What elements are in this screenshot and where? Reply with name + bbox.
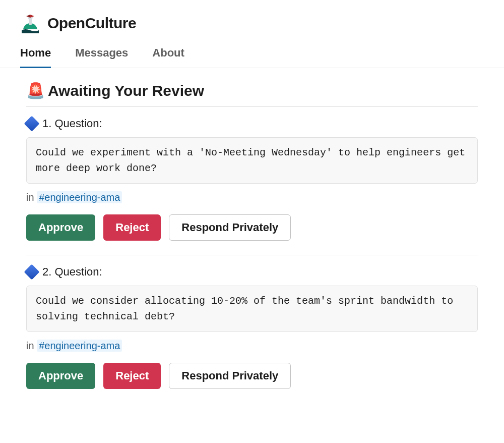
app-logo-icon <box>20 13 40 33</box>
item-header: 2. Question: <box>26 265 478 279</box>
diamond-icon <box>24 264 39 280</box>
item-label-suffix: . Question: <box>48 117 102 130</box>
channel-link[interactable]: #engineering-ama <box>37 340 122 352</box>
diamond-icon <box>24 116 39 131</box>
reject-button[interactable]: Reject <box>103 214 161 241</box>
respond-privately-button[interactable]: Respond Privately <box>169 363 291 389</box>
action-row: Approve Reject Respond Privately <box>26 363 478 389</box>
question-body: Could we consider allocating 10-20% of t… <box>26 286 478 332</box>
channel-in-label: in <box>26 340 34 351</box>
approve-button[interactable]: Approve <box>26 363 95 389</box>
reject-button[interactable]: Reject <box>103 363 161 389</box>
review-item: 1. Question: Could we experiment with a … <box>26 107 478 255</box>
item-index: 2 <box>42 265 48 278</box>
review-item: 2. Question: Could we consider allocatin… <box>26 255 478 403</box>
tab-messages[interactable]: Messages <box>75 46 128 68</box>
tab-home[interactable]: Home <box>20 46 51 68</box>
tab-about[interactable]: About <box>152 46 184 68</box>
section-title: Awaiting Your Review <box>48 82 204 99</box>
app-header: OpenCulture <box>0 0 504 38</box>
action-row: Approve Reject Respond Privately <box>26 214 478 241</box>
siren-icon: 🚨 <box>26 83 45 98</box>
item-label: 1. Question: <box>42 117 102 130</box>
app-title: OpenCulture <box>47 15 136 32</box>
item-index: 1 <box>42 117 48 130</box>
question-body: Could we experiment with a 'No-Meeting W… <box>26 137 478 184</box>
section-header: 🚨 Awaiting Your Review <box>26 82 478 107</box>
respond-privately-button[interactable]: Respond Privately <box>169 214 291 241</box>
item-label: 2. Question: <box>42 265 102 279</box>
approve-button[interactable]: Approve <box>26 214 95 241</box>
channel-in-label: in <box>26 192 34 203</box>
channel-line: in #engineering-ama <box>26 192 478 203</box>
item-header: 1. Question: <box>26 117 478 130</box>
tab-bar: Home Messages About <box>0 38 504 68</box>
channel-link[interactable]: #engineering-ama <box>37 191 122 203</box>
channel-line: in #engineering-ama <box>26 340 478 352</box>
item-label-suffix: . Question: <box>48 265 102 278</box>
content-area: 🚨 Awaiting Your Review 1. Question: Coul… <box>0 68 504 423</box>
